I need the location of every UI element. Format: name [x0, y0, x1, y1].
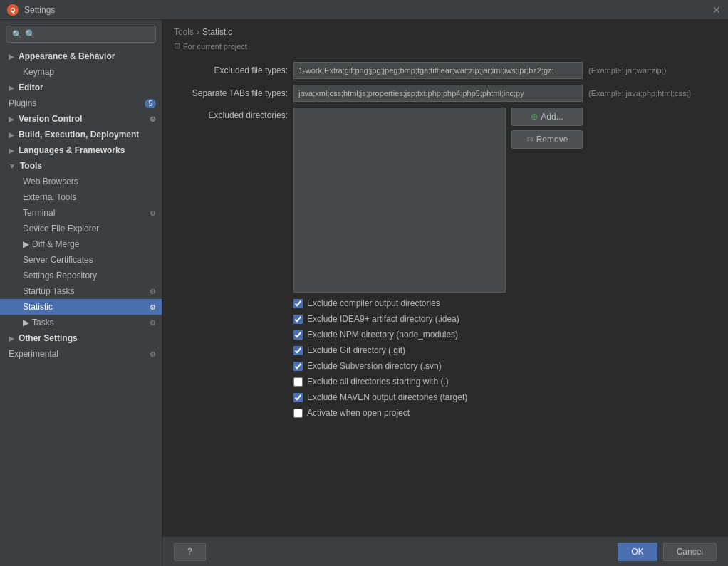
arrow-icon: ▶ [9, 115, 14, 123]
arrow-icon: ▶ [9, 147, 14, 154]
sidebar-item-web-browsers[interactable]: Web Browsers [0, 174, 162, 189]
arrow-icon: ▶ [23, 239, 29, 249]
sidebar-item-experimental[interactable]: Experimental ⚙ [0, 346, 162, 362]
excluded-file-types-label: Excluded file types: [174, 65, 288, 75]
sidebar-item-keymap[interactable]: Keymap [0, 64, 162, 80]
sidebar-item-server-certificates[interactable]: Server Certificates [0, 252, 162, 268]
sidebar: 🔍 ▶ Appearance & Behavior Keymap ▶ Edito… [0, 20, 162, 566]
excluded-directories-textarea[interactable] [293, 108, 506, 293]
activate-open-label: Activate when open project [307, 408, 410, 418]
cancel-button[interactable]: Cancel [663, 543, 717, 561]
search-input[interactable] [25, 29, 150, 39]
separate-tabs-input[interactable] [293, 85, 583, 102]
window-title: Settings [24, 5, 55, 15]
sidebar-item-statistic[interactable]: Statistic ⚙ [0, 299, 162, 315]
separate-tabs-label: Separate TABs file types: [174, 88, 288, 98]
for-project-label: ⊞ For current project [174, 41, 717, 51]
exclude-compiler-checkbox[interactable] [293, 299, 303, 308]
checkbox-exclude-git: Exclude Git directory (.git) [293, 345, 717, 355]
titlebar: Q Settings ✕ [0, 0, 728, 20]
content-body: ⊞ For current project Excluded file type… [162, 41, 728, 536]
add-icon: ⊕ [531, 112, 538, 122]
project-icon: ⊞ [174, 41, 180, 51]
exclude-git-checkbox[interactable] [293, 346, 303, 355]
activate-open-checkbox[interactable] [293, 409, 303, 418]
arrow-icon: ▶ [9, 335, 14, 342]
sync-icon: ⚙ [150, 350, 156, 358]
help-button-container: ? [174, 543, 206, 561]
ok-button[interactable]: OK [618, 543, 657, 561]
content-area: Tools › Statistic ⊞ For current project … [162, 20, 728, 566]
checkbox-exclude-idea9: Exclude IDEA9+ artifact directory (.idea… [293, 314, 717, 324]
excluded-directories-label: Excluded directories: [174, 108, 288, 120]
dir-buttons: ⊕ Add... ⊖ Remove [511, 108, 583, 149]
checkbox-activate-open: Activate when open project [293, 408, 717, 418]
sidebar-item-tasks[interactable]: ▶ Tasks ⚙ [0, 315, 162, 330]
sidebar-item-startup-tasks[interactable]: Startup Tasks ⚙ [0, 283, 162, 299]
sync-icon: ⚙ [150, 209, 156, 217]
add-button[interactable]: ⊕ Add... [511, 108, 583, 126]
breadcrumb-current: Statistic [202, 27, 232, 37]
checkbox-exclude-dot: Exclude all directories starting with (.… [293, 377, 717, 387]
exclude-npm-checkbox[interactable] [293, 330, 303, 340]
sidebar-item-terminal[interactable]: Terminal ⚙ [0, 205, 162, 221]
sidebar-item-appearance[interactable]: ▶ Appearance & Behavior [0, 48, 162, 64]
sidebar-item-other-settings[interactable]: ▶ Other Settings [0, 330, 162, 346]
sidebar-item-settings-repository[interactable]: Settings Repository [0, 268, 162, 283]
arrow-icon: ▶ [9, 84, 14, 92]
sidebar-item-build[interactable]: ▶ Build, Execution, Deployment [0, 127, 162, 142]
excluded-file-types-input[interactable] [293, 62, 583, 79]
sidebar-item-diff-merge[interactable]: ▶ Diff & Merge [0, 236, 162, 252]
sidebar-item-vcs[interactable]: ▶ Version Control ⚙ [0, 111, 162, 127]
checkbox-exclude-compiler: Exclude compiler output directories [293, 298, 717, 308]
arrow-icon: ▶ [23, 318, 29, 327]
exclude-idea9-checkbox[interactable] [293, 315, 303, 324]
search-icon: 🔍 [12, 30, 22, 39]
exclude-compiler-label: Exclude compiler output directories [307, 298, 440, 308]
excluded-file-types-hint: (Example: jar;war;zip;) [588, 66, 717, 75]
plugins-badge: 5 [145, 99, 156, 108]
arrow-icon: ▶ [9, 131, 14, 139]
sidebar-item-editor[interactable]: ▶ Editor [0, 80, 162, 95]
main-container: 🔍 ▶ Appearance & Behavior Keymap ▶ Edito… [0, 20, 728, 566]
footer: ? OK Cancel [162, 536, 728, 566]
help-button[interactable]: ? [174, 543, 206, 561]
sync-icon: ⚙ [150, 303, 156, 311]
exclude-npm-label: Exclude NPM directory (node_modules) [307, 330, 458, 340]
arrow-icon: ▼ [9, 162, 16, 170]
sidebar-item-tools[interactable]: ▼ Tools [0, 158, 162, 174]
exclude-maven-checkbox[interactable] [293, 393, 303, 402]
breadcrumb: Tools › Statistic [162, 20, 728, 41]
sidebar-item-plugins[interactable]: Plugins 5 [0, 95, 162, 111]
exclude-maven-label: Exclude MAVEN output directories (target… [307, 392, 467, 402]
excluded-file-types-row: Excluded file types: (Example: jar;war;z… [174, 62, 717, 79]
sync-icon: ⚙ [150, 115, 156, 123]
exclude-dot-checkbox[interactable] [293, 377, 303, 387]
exclude-git-label: Exclude Git directory (.git) [307, 345, 405, 355]
exclude-svn-checkbox[interactable] [293, 362, 303, 371]
exclude-idea9-label: Exclude IDEA9+ artifact directory (.idea… [307, 314, 459, 324]
app-icon: Q [7, 4, 19, 16]
exclude-svn-label: Exclude Subversion directory (.svn) [307, 361, 442, 371]
sync-icon: ⚙ [150, 288, 156, 295]
sync-icon: ⚙ [150, 319, 156, 327]
excluded-directories-row: Excluded directories: ⊕ Add... ⊖ Remove [174, 108, 717, 293]
sidebar-item-device-file-explorer[interactable]: Device File Explorer [0, 221, 162, 236]
sidebar-item-languages[interactable]: ▶ Languages & Frameworks [0, 142, 162, 158]
checkbox-exclude-npm: Exclude NPM directory (node_modules) [293, 330, 717, 340]
remove-icon: ⊖ [526, 135, 534, 145]
excluded-dir-container: ⊕ Add... ⊖ Remove [293, 108, 583, 293]
search-box[interactable]: 🔍 [6, 26, 156, 43]
checkbox-exclude-maven: Exclude MAVEN output directories (target… [293, 392, 717, 402]
arrow-icon: ▶ [9, 53, 14, 61]
checkbox-exclude-svn: Exclude Subversion directory (.svn) [293, 361, 717, 371]
remove-button[interactable]: ⊖ Remove [511, 130, 583, 149]
separate-tabs-row: Separate TABs file types: (Example: java… [174, 85, 717, 102]
breadcrumb-parent: Tools [174, 27, 194, 37]
close-button[interactable]: ✕ [712, 4, 721, 16]
separate-tabs-hint: (Example: java;php;html;css;) [588, 89, 717, 98]
sidebar-item-external-tools[interactable]: External Tools [0, 189, 162, 205]
breadcrumb-sep: › [197, 27, 199, 37]
exclude-dot-label: Exclude all directories starting with (.… [307, 377, 449, 387]
